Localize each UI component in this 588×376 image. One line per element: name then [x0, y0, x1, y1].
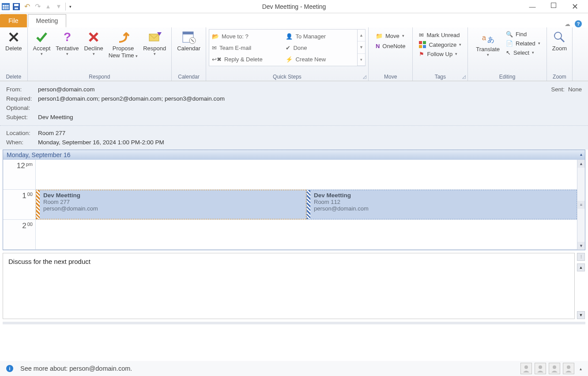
move-button[interactable]: 📁Move ▾ [376, 33, 405, 39]
scroll-up-icon[interactable]: ▲ [577, 160, 585, 168]
svg-rect-18 [423, 45, 426, 48]
meeting-header-2: Location: Room 277 When: Monday, Septemb… [0, 126, 588, 150]
calendar-icon[interactable] [2, 3, 10, 11]
scroll-down-icon[interactable]: ▼ [577, 242, 585, 250]
calendar-button[interactable]: Calendar [174, 29, 203, 53]
quickstep-to-manager[interactable]: 👤To Manager [286, 33, 354, 40]
event-2[interactable]: Dev Meetting Room 112 person@domain.com [306, 190, 577, 219]
quickstep-done[interactable]: ✔Done [286, 45, 354, 51]
status-text: See more about: person@domain.com. [20, 365, 132, 372]
undo-icon[interactable]: ↶ [23, 3, 31, 11]
body-side-options-icon[interactable]: ⋮ [577, 253, 585, 261]
body-scroll-up[interactable]: ▲ [577, 263, 585, 271]
info-icon[interactable]: i [6, 365, 13, 372]
translate-button[interactable]: aあ Translate ▾ [474, 31, 501, 57]
qat-customize-icon[interactable]: ▾ [65, 3, 73, 11]
event-column: Dev Meetting Room 277 person@domain.com … [36, 160, 577, 250]
svg-text:あ: あ [487, 36, 494, 43]
respond-button[interactable]: Respond ▾ [140, 29, 169, 60]
calendar-scrollbar[interactable]: ▲ ≡ ▼ [577, 160, 585, 250]
next-icon[interactable]: ▼ [55, 3, 63, 11]
sent-label: Sent: [551, 86, 565, 93]
cloud-icon[interactable]: ☁ [565, 21, 570, 27]
quickstep-scroll-up[interactable]: ▲ [358, 30, 365, 41]
slot-12pm[interactable] [36, 160, 577, 190]
quickstep-reply-delete[interactable]: ↩✖Reply & Delete [212, 56, 281, 63]
required-label: Required: [6, 95, 38, 102]
categorize-icon [419, 41, 426, 48]
prev-icon[interactable]: ▲ [44, 3, 52, 11]
quickstep-create-new[interactable]: ⚡Create New [286, 56, 354, 63]
onenote-button[interactable]: NOneNote [376, 43, 405, 49]
quickstep-expand[interactable]: ▾ [358, 54, 365, 66]
group-calendar: Calendar Calendar [172, 27, 206, 81]
accept-button[interactable]: Accept ▾ [30, 29, 53, 60]
status-bar: i See more about: person@domain.com. ▴ [0, 361, 588, 376]
related-icon: 📄 [506, 40, 513, 47]
time-gutter: 12pm 100 200 [3, 160, 36, 250]
quickstep-move-to[interactable]: 📂Move to: ? [212, 33, 281, 40]
quicksteps-dialog-launcher[interactable]: ◿ [363, 75, 366, 79]
group-move-label: Move [371, 73, 410, 80]
decline-button[interactable]: Decline ▾ [81, 29, 106, 60]
delete-button[interactable]: Delete [3, 29, 25, 53]
slot-1pm[interactable]: Dev Meetting Room 277 person@domain.com … [36, 190, 577, 220]
presence-icon-1[interactable] [520, 363, 532, 374]
quick-access-toolbar: ↶ ↷ ▲ ▼ ▾ [0, 3, 73, 11]
quickstep-team-email[interactable]: ✉Team E-mail [212, 45, 281, 51]
meeting-body-area: Discuss for the next product ⋮ ▲ ▼ [3, 253, 585, 319]
follow-up-button[interactable]: ⚑Follow Up ▾ [419, 51, 461, 57]
scroll-view-icon[interactable]: ≡ [577, 201, 585, 209]
svg-point-22 [524, 365, 528, 369]
resize-grip[interactable] [3, 322, 585, 324]
save-icon[interactable] [12, 3, 20, 11]
tab-file[interactable]: File [0, 14, 27, 27]
tags-dialog-launcher[interactable]: ◿ [462, 75, 466, 79]
meeting-header: From: person@domain.com Sent: None Requi… [0, 81, 588, 126]
group-tags-label: Tags [415, 73, 465, 80]
help-icon[interactable]: ? [575, 20, 582, 27]
calendar-collapse-icon[interactable]: ▴ [580, 152, 582, 157]
close-button[interactable]: ✕ [569, 1, 580, 12]
envelope-icon: ✉ [212, 45, 217, 51]
ribbon-tabs: File Meeting ☁ ? [0, 13, 588, 27]
slot-2pm[interactable] [36, 220, 577, 250]
group-calendar-label: Calendar [174, 73, 203, 80]
presence-icon-4[interactable] [563, 363, 574, 374]
event-1[interactable]: Dev Meetting Room 277 person@domain.com [36, 190, 306, 219]
redo-icon[interactable]: ↷ [34, 3, 41, 11]
find-button[interactable]: 🔍Find [506, 31, 540, 38]
window-title: Dev Meetting - Meeting [0, 3, 588, 10]
presence-icon-3[interactable] [549, 363, 560, 374]
when-value: Monday, September 16, 2024 1:00 PM-2:00 … [38, 139, 164, 146]
minimize-button[interactable]: — [527, 1, 538, 12]
group-zoom: Zoom Zoom [547, 27, 573, 81]
body-scroll-down[interactable]: ▼ [577, 311, 585, 319]
svg-point-23 [539, 365, 542, 369]
group-editing-label: Editing [471, 73, 544, 80]
presence-icon-2[interactable] [535, 363, 546, 374]
propose-new-time-button[interactable]: ProposeNew Time ▾ [106, 29, 140, 60]
people-pane-expand-icon[interactable]: ▴ [580, 366, 582, 371]
categorize-button[interactable]: Categorize ▾ [419, 41, 461, 48]
mark-unread-button[interactable]: ✉Mark Unread [419, 32, 461, 38]
folder-arrow-icon: 📂 [212, 33, 219, 40]
select-button[interactable]: ↖Select ▾ [506, 49, 540, 56]
envelope-closed-icon: ✉ [419, 32, 424, 38]
reply-delete-icon: ↩✖ [212, 56, 222, 63]
calendar-preview: Monday, September 16 ▴ 12pm 100 200 Dev … [3, 150, 585, 250]
calendar-day-header: Monday, September 16 ▴ [3, 150, 585, 160]
tab-meeting[interactable]: Meeting [28, 14, 67, 27]
maximize-button[interactable] [551, 3, 556, 8]
check-icon: ✔ [286, 45, 290, 51]
tentative-button[interactable]: ? Tentative ▾ [53, 29, 81, 60]
quickstep-scroll-down[interactable]: ▼ [358, 41, 365, 53]
when-label: When: [6, 139, 38, 146]
event-status-stripe [307, 190, 310, 219]
zoom-button[interactable]: Zoom [550, 29, 569, 53]
meeting-body[interactable]: Discuss for the next product [3, 253, 575, 319]
location-value: Room 277 [38, 130, 65, 136]
svg-point-21 [554, 32, 562, 39]
related-button[interactable]: 📄Related ▾ [506, 40, 540, 47]
title-bar: ↶ ↷ ▲ ▼ ▾ Dev Meetting - Meeting — ✕ [0, 0, 588, 13]
